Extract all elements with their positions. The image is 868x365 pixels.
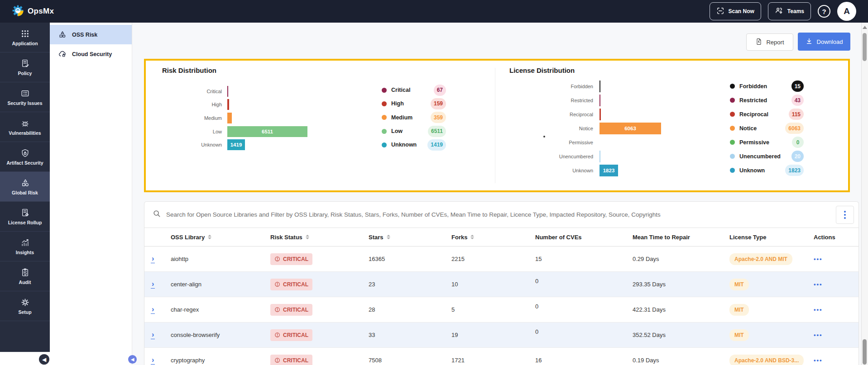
- cell-mean-time-to-repair: 352.52 Days: [633, 332, 729, 338]
- column-header-actions: Actions: [814, 234, 859, 241]
- category-label: Notice: [521, 126, 593, 131]
- legend-row-restricted: Restricted 43: [730, 93, 804, 107]
- table-menu-button[interactable]: [836, 206, 854, 224]
- license-type-badge: MIT: [729, 304, 749, 316]
- legend-dot-icon: [382, 88, 387, 93]
- row-expand-icon[interactable]: ›: [151, 280, 155, 289]
- legend-label: Unknown: [391, 142, 417, 148]
- legend-value-badge: 359: [431, 112, 446, 123]
- sidebar-item-label: Vulnerabilities: [9, 130, 41, 136]
- risk-status-label: CRITICAL: [283, 357, 308, 364]
- setup-icon: [20, 297, 30, 307]
- chart-row-unknown: Unknown 1419: [154, 138, 398, 152]
- legend-value-badge: 0: [792, 137, 804, 148]
- row-actions-button[interactable]: •••: [814, 281, 823, 288]
- sidebar-item-security-issues[interactable]: Security Issues: [0, 82, 50, 112]
- row-expand-icon[interactable]: ›: [151, 305, 155, 314]
- scrollbar-up-arrow-icon[interactable]: [863, 26, 867, 29]
- row-expand-icon[interactable]: ›: [151, 255, 155, 263]
- bar-critical: [227, 86, 228, 97]
- bar-value-label: 6063: [624, 126, 636, 131]
- vulnerabilities-icon: [20, 118, 30, 128]
- sort-carets-icon[interactable]: [387, 235, 390, 239]
- scrollbar[interactable]: [861, 23, 868, 365]
- column-header-risk-status[interactable]: Risk Status: [270, 234, 369, 241]
- scrollbar-thumb-lower[interactable]: [863, 339, 867, 365]
- chart-row-forbidden: Forbidden: [521, 79, 711, 93]
- legend-dot-icon: [382, 142, 387, 147]
- bar-medium: [227, 113, 232, 123]
- legend-label: Reciprocal: [739, 111, 768, 118]
- sidebar-item-insights[interactable]: Insights: [0, 232, 50, 261]
- sidebar-item-label: Insights: [16, 250, 34, 255]
- sidebar-item-audit[interactable]: Audit: [0, 261, 50, 291]
- sort-carets-icon[interactable]: [306, 235, 309, 239]
- sidebar-item-setup[interactable]: Setup: [0, 291, 50, 321]
- legend-label: Forbidden: [739, 83, 767, 90]
- legend-row-unencumbered: Unencumbered 20: [730, 149, 804, 163]
- table-row-console-browserify: › console-browserify CRITICAL 33 19 0 35…: [144, 322, 858, 348]
- scrollbar-thumb[interactable]: [863, 33, 867, 61]
- column-header-forks[interactable]: Forks: [451, 234, 535, 241]
- download-button[interactable]: Download: [798, 33, 850, 51]
- category-label: Unknown: [521, 168, 593, 173]
- help-button[interactable]: ?: [818, 5, 830, 18]
- category-label: Unknown: [154, 142, 222, 147]
- sidebar-item-label: Artifact Security: [6, 160, 43, 166]
- cell-forks: 1721: [451, 357, 535, 364]
- help-question-mark: ?: [822, 8, 826, 15]
- table-row-cryptography: › cryptography CRITICAL 7508 1721 16 0.1…: [144, 348, 858, 365]
- search-input[interactable]: [161, 211, 836, 218]
- row-expand-icon[interactable]: ›: [151, 331, 155, 339]
- legend-value-badge: 6063: [785, 123, 804, 134]
- sidebar-collapse-button[interactable]: ◀: [39, 354, 49, 365]
- legend-dot-icon: [730, 154, 735, 159]
- subsidebar-item-cloud-security[interactable]: Cloud Security: [50, 44, 132, 64]
- bar-forbidden: [599, 81, 600, 92]
- legend-value-badge: 1419: [427, 139, 446, 151]
- legend-label: Unencumbered: [739, 153, 781, 160]
- report-button[interactable]: Report: [746, 33, 793, 51]
- column-header-oss-library[interactable]: OSS Library: [171, 234, 270, 241]
- cell-forks: 10: [451, 281, 535, 288]
- scan-now-button[interactable]: Scan Now: [710, 2, 761, 20]
- row-actions-button[interactable]: •••: [814, 332, 823, 338]
- row-expand-icon[interactable]: ›: [151, 356, 155, 365]
- bar-restricted: [599, 95, 600, 106]
- avatar[interactable]: A: [837, 2, 856, 21]
- panel-divider: [495, 68, 495, 183]
- risk-status-badge: CRITICAL: [270, 304, 312, 316]
- sidebar-item-label: Global Risk: [12, 190, 38, 195]
- sidebar-item-license-rollup[interactable]: License Rollup: [0, 202, 50, 232]
- legend-row-forbidden: Forbidden 15: [730, 79, 804, 93]
- bar-value-label: 1419: [230, 142, 242, 147]
- download-label: Download: [817, 38, 843, 45]
- opsmx-logo-icon: [12, 5, 24, 19]
- subsidebar-item-label: Cloud Security: [72, 51, 112, 57]
- row-actions-button[interactable]: •••: [814, 256, 823, 262]
- cell-number-of-cves: 15: [535, 256, 633, 262]
- sidebar-item-artifact-security[interactable]: Artifact Security: [0, 142, 50, 172]
- sidebar-item-vulnerabilities[interactable]: Vulnerabilities: [0, 112, 50, 142]
- column-header-label: Number of CVEs: [535, 234, 582, 241]
- chart-row-unencumbered: Unencumbered: [521, 149, 711, 163]
- sidebar-item-application[interactable]: Application: [0, 23, 50, 52]
- brand-logo[interactable]: OpsMx: [12, 5, 54, 19]
- app-header: OpsMx Scan Now: [0, 0, 868, 23]
- risk-status-label: CRITICAL: [283, 256, 308, 262]
- cell-number-of-cves: 0: [535, 328, 633, 335]
- sort-carets-icon[interactable]: [208, 235, 211, 239]
- column-header-label: Forks: [451, 234, 467, 241]
- cell-mean-time-to-repair: 422.31 Days: [633, 306, 729, 313]
- subsidebar-item-oss-risk[interactable]: OSS Risk: [50, 25, 132, 44]
- subsidebar-collapse-button[interactable]: ◀: [128, 355, 137, 364]
- chevron-left-icon: ◀: [42, 356, 46, 363]
- teams-button[interactable]: Teams: [768, 2, 811, 20]
- chart-artifact-dot: [543, 136, 545, 137]
- row-actions-button[interactable]: •••: [814, 357, 823, 364]
- sidebar-item-global-risk[interactable]: Global Risk: [0, 172, 50, 202]
- column-header-stars[interactable]: Stars: [369, 234, 451, 241]
- sort-carets-icon[interactable]: [470, 235, 474, 239]
- sidebar-item-policy[interactable]: Policy: [0, 52, 50, 82]
- row-actions-button[interactable]: •••: [814, 306, 823, 313]
